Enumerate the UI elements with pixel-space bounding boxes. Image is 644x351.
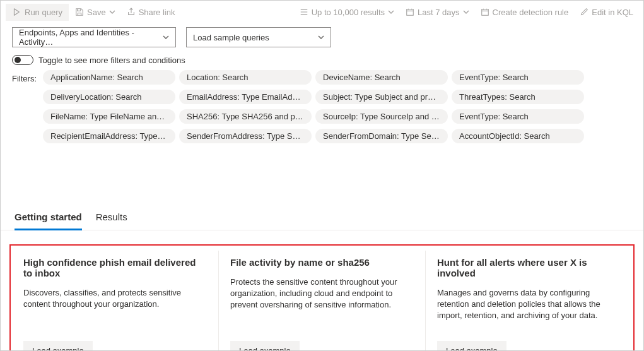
scope-value: Endpoints, Apps and Identities - Activit… xyxy=(19,28,163,47)
play-icon xyxy=(12,8,21,16)
example-card: File activity by name or sha256 Protects… xyxy=(218,251,425,351)
filter-pill-grid: ApplicationName: Search Location: Search… xyxy=(43,70,584,143)
card-title: High confidence phish email delivered to… xyxy=(23,257,207,278)
run-query-button[interactable]: Run query xyxy=(6,4,69,21)
load-example-button[interactable]: Load example xyxy=(437,341,506,351)
tab-getting-started[interactable]: Getting started xyxy=(15,206,82,230)
selectors-row: Endpoints, Apps and Identities - Activit… xyxy=(1,23,643,52)
filters-label: Filters: xyxy=(12,70,37,143)
card-title: File activity by name or sha256 xyxy=(230,257,414,268)
filter-pill[interactable]: SourceIp: Type SourceIp and pre… xyxy=(315,109,448,124)
filter-pill[interactable]: Subject: Type Subject and press … xyxy=(315,90,448,104)
filter-pill[interactable]: SHA256: Type SHA256 and pres… xyxy=(179,109,312,124)
scope-dropdown[interactable]: Endpoints, Apps and Identities - Activit… xyxy=(12,27,176,47)
filter-pill[interactable]: EventType: Search xyxy=(452,70,584,85)
filter-pill[interactable]: SenderFromAddress: Type Send… xyxy=(179,129,312,143)
tab-results[interactable]: Results xyxy=(96,206,127,230)
example-cards: High confidence phish email delivered to… xyxy=(9,244,635,351)
chevron-down-icon xyxy=(388,8,394,17)
filter-pill[interactable]: SenderFromDomain: Type Sende… xyxy=(315,129,448,143)
save-button[interactable]: Save xyxy=(70,4,120,21)
filter-pill[interactable]: EmailAddress: Type EmailAddress… xyxy=(179,90,312,104)
share-icon xyxy=(127,8,136,16)
svg-rect-0 xyxy=(407,9,414,16)
filter-pill[interactable]: EventType: Search xyxy=(452,109,584,124)
save-icon xyxy=(75,8,84,16)
filter-pill[interactable]: FileName: Type FileName and pr… xyxy=(43,109,175,124)
share-label: Share link xyxy=(139,8,175,17)
filter-pill[interactable]: ThreatTypes: Search xyxy=(452,90,584,104)
command-bar: Run query Save Share link Up to 10,000 r… xyxy=(1,1,643,23)
load-example-button[interactable]: Load example xyxy=(23,341,93,351)
results-limit-button[interactable]: Up to 10,000 results xyxy=(295,4,399,21)
example-card: High confidence phish email delivered to… xyxy=(12,251,218,351)
calendar-icon xyxy=(406,8,414,16)
edit-in-kql-button[interactable]: Edit in KQL xyxy=(575,4,638,21)
sample-queries-dropdown[interactable]: Load sample queries xyxy=(186,27,331,47)
filter-pill[interactable]: DeliveryLocation: Search xyxy=(43,90,175,104)
create-detection-rule-button[interactable]: Create detection rule xyxy=(476,4,574,21)
card-description: Discovers, classifies, and protects sens… xyxy=(23,287,207,322)
edit-icon xyxy=(580,8,588,16)
filter-pill[interactable]: AccountObjectId: Search xyxy=(452,129,584,143)
filters-toggle-label: Toggle to see more filters and condition… xyxy=(38,56,185,65)
time-range-label: Last 7 days xyxy=(418,8,460,17)
card-title: Hunt for all alerts where user X is invo… xyxy=(437,257,621,278)
svg-rect-1 xyxy=(481,9,488,16)
run-query-label: Run query xyxy=(25,8,62,17)
chevron-down-icon xyxy=(318,33,324,42)
card-description: Manages and governs data by configuring … xyxy=(437,287,621,322)
save-label: Save xyxy=(87,8,106,17)
list-icon xyxy=(300,8,308,16)
share-link-button[interactable]: Share link xyxy=(122,4,180,21)
chevron-down-icon xyxy=(163,33,169,42)
calendar-icon xyxy=(481,8,489,16)
result-tabs: Getting started Results xyxy=(1,206,643,230)
filter-pill[interactable]: Location: Search xyxy=(179,70,312,85)
filters-toggle[interactable] xyxy=(12,55,33,65)
filters-toggle-row: Toggle to see more filters and condition… xyxy=(1,52,643,70)
example-card: Hunt for all alerts where user X is invo… xyxy=(425,251,632,351)
create-rule-label: Create detection rule xyxy=(493,8,569,17)
filter-pill[interactable]: RecipientEmailAddress: Type Rec… xyxy=(43,129,175,143)
load-example-button[interactable]: Load example xyxy=(230,341,300,351)
filter-pill[interactable]: DeviceName: Search xyxy=(315,70,448,85)
filters-area: Filters: ApplicationName: Search Locatio… xyxy=(1,70,643,148)
filter-pill[interactable]: ApplicationName: Search xyxy=(43,70,175,85)
chevron-down-icon xyxy=(109,8,115,17)
results-limit-label: Up to 10,000 results xyxy=(312,8,385,17)
chevron-down-icon xyxy=(463,8,469,17)
edit-kql-label: Edit in KQL xyxy=(592,8,633,17)
time-range-button[interactable]: Last 7 days xyxy=(401,4,474,21)
card-description: Protects the sensitive content throughou… xyxy=(230,277,414,322)
sample-value: Load sample queries xyxy=(193,33,269,42)
